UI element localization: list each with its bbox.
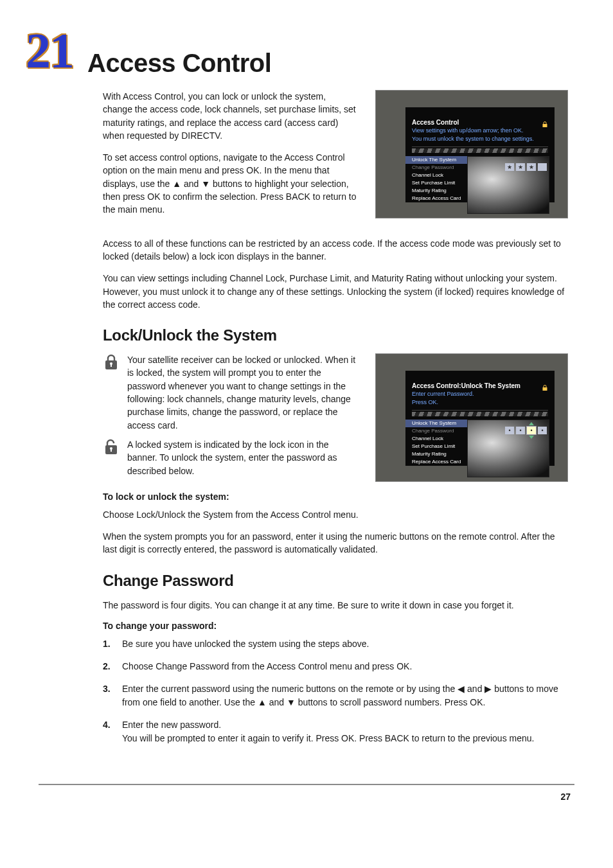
step-text: Be sure you have unlocked the system usi… (122, 637, 369, 651)
menu-item: Set Purchase Limit (405, 179, 467, 187)
change-pw-proc-heading: To change your password: (103, 621, 568, 631)
svg-rect-3 (111, 364, 112, 367)
preview-image: • • • • (467, 420, 549, 477)
step-item: 2. Choose Change Password from the Acces… (103, 660, 568, 673)
right-arrow-icon: ▶ (484, 684, 492, 694)
menu-item: Channel Lock (405, 435, 467, 443)
menu-item: Set Purchase Limit (405, 443, 467, 450)
screenshot-sub2: Press OK. (405, 399, 555, 407)
password-box-selected: • (527, 427, 536, 434)
lock-proc1: Choose Lock/Unlock the System from the A… (103, 508, 568, 521)
lock-icon (542, 119, 548, 125)
down-arrow-icon: ▼ (201, 179, 210, 189)
menu-item: Channel Lock (405, 172, 467, 179)
up-arrow-icon: ▲ (172, 179, 181, 189)
locked-icon (103, 353, 120, 371)
down-arrow-icon: ▼ (287, 697, 296, 707)
step-number: 2. (103, 660, 114, 673)
intro-p1: With Access Control, you can lock or unl… (103, 90, 357, 142)
password-box: • (516, 427, 525, 434)
footer-page-number: 27 (39, 792, 574, 802)
access-p1: Access to all of these functions can be … (103, 237, 568, 263)
left-arrow-icon: ◀ (458, 684, 465, 694)
password-box: ★ (516, 163, 525, 171)
menu-item: Maturity Rating (405, 187, 467, 195)
lock-proc2: When the system prompts you for an passw… (103, 530, 568, 556)
menu-item: Replace Access Card (405, 195, 467, 202)
step-number: 1. (103, 637, 114, 651)
screenshot-title: Access Control (405, 107, 555, 127)
menu-item: Change Password (405, 427, 467, 435)
screenshot-title: Access Control:Unlock The System (405, 371, 555, 391)
intro-p2: To set access control options, navigate … (103, 151, 357, 216)
menu-item: Replace Access Card (405, 458, 467, 466)
preview-image: ★ ★ ★ (467, 156, 549, 214)
menu-list: Unlock The System Change Password Channe… (405, 420, 467, 466)
menu-item: Change Password (405, 164, 467, 172)
unlocked-icon (103, 438, 120, 456)
chapter-number: 21 (26, 26, 73, 76)
step-item: 1. Be sure you have unlocked the system … (103, 637, 568, 651)
decorative-wave (412, 412, 548, 416)
step-text: Enter the current password using the num… (122, 682, 568, 709)
password-box (538, 163, 547, 171)
step-item: 4. Enter the new password. You will be p… (103, 718, 568, 745)
step-number: 4. (103, 718, 114, 745)
menu-list: Unlock The System Change Password Channe… (405, 156, 467, 202)
screenshot-sub1: Enter current Password. (405, 391, 555, 399)
screenshot-sub2: You must unlock the system to change set… (405, 136, 555, 144)
menu-item: Maturity Rating (405, 450, 467, 458)
step-item: 3. Enter the current password using the … (103, 682, 568, 709)
step-text: Choose Change Password from the Access C… (122, 660, 412, 673)
password-box: ★ (527, 163, 536, 171)
up-arrow-icon: ▲ (258, 697, 267, 707)
screenshot-unlock-system: Access Control:Unlock The System Enter c… (375, 353, 568, 482)
menu-item: Unlock The System (405, 156, 467, 164)
password-box: • (505, 427, 514, 434)
screenshot-sub1: View settings with up/down arrow; then O… (405, 127, 555, 136)
screenshot-access-control: Access Control View settings with up/dow… (375, 90, 568, 218)
page-title: Access Control (87, 50, 271, 76)
password-box: • (538, 427, 547, 434)
svg-rect-0 (543, 124, 547, 127)
lock-unlock-heading: Lock/Unlock the System (103, 326, 568, 344)
decorative-wave (412, 148, 548, 153)
access-p2: You can view settings including Channel … (103, 272, 568, 311)
step-number: 3. (103, 682, 114, 709)
lock-p1: Your satellite receiver can be locked or… (127, 353, 357, 432)
lock-p2: A locked system is indicated by the lock… (127, 438, 357, 477)
lock-icon (542, 382, 548, 389)
svg-rect-7 (543, 387, 547, 391)
svg-rect-6 (111, 449, 112, 452)
menu-item: Unlock The System (405, 420, 467, 427)
step-text: Enter the new password. You will be prom… (122, 718, 534, 745)
lock-proc-heading: To lock or unlock the system: (103, 492, 568, 502)
change-password-heading: Change Password (103, 572, 568, 590)
footer-divider (39, 784, 574, 785)
password-box: ★ (505, 163, 514, 171)
change-pw-intro: The password is four digits. You can cha… (103, 599, 568, 612)
